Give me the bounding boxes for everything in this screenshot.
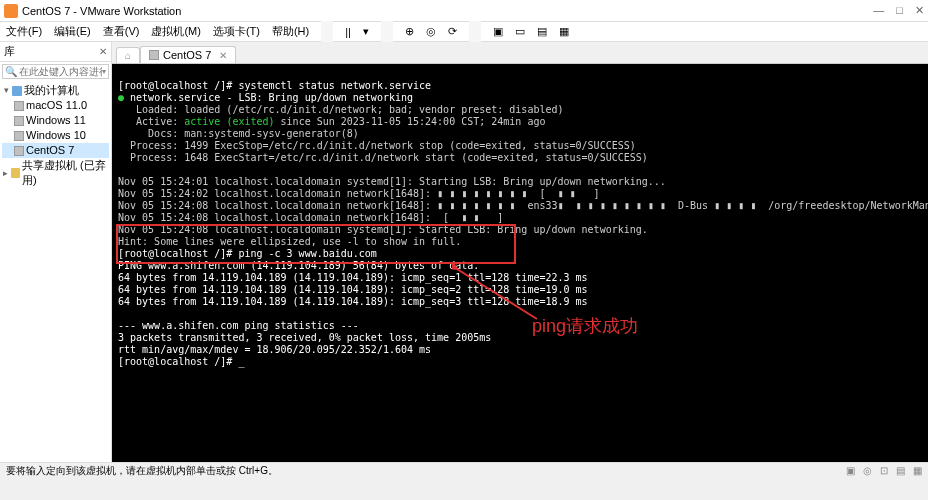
statusbar: 要将输入定向到该虚拟机，请在虚拟机内部单击或按 Ctrl+G。 ▣ ◎ ⊡ ▤ …	[0, 462, 928, 478]
vm-tree: ▾我的计算机 macOS 11.0 Windows 11 Windows 10 …	[0, 81, 111, 190]
tree-item[interactable]: Windows 10	[2, 128, 109, 143]
annotation-text: ping请求成功	[532, 314, 638, 338]
device-icon[interactable]: ▣	[846, 465, 855, 476]
tree-item[interactable]: macOS 11.0	[2, 98, 109, 113]
capture-icon[interactable]: ⟳	[448, 25, 457, 38]
menu-edit[interactable]: 编辑(E)	[54, 24, 91, 39]
menubar: 文件(F) 编辑(E) 查看(V) 虚拟机(M) 选项卡(T) 帮助(H) ||…	[0, 22, 928, 42]
unity-icon[interactable]: ▣	[493, 25, 503, 38]
restore-icon[interactable]: ▦	[559, 25, 569, 38]
main-pane: ⌂ CentOS 7 ✕ [root@localhost /]# systemc…	[112, 42, 928, 462]
tree-item[interactable]: Windows 11	[2, 113, 109, 128]
device-icon[interactable]: ◎	[863, 465, 872, 476]
toolbar-dropdown-icon[interactable]: ▾	[363, 25, 369, 38]
fullscreen-icon[interactable]: ▭	[515, 25, 525, 38]
tree-root[interactable]: ▾我的计算机	[2, 83, 109, 98]
device-icon[interactable]: ▦	[913, 465, 922, 476]
statusbar-text: 要将输入定向到该虚拟机，请在虚拟机内部单击或按 Ctrl+G。	[6, 464, 278, 478]
sidebar-title: 库	[4, 44, 99, 59]
search-dropdown-icon[interactable]: ▾	[102, 67, 106, 76]
device-icon[interactable]: ▤	[896, 465, 905, 476]
menu-vm[interactable]: 虚拟机(M)	[151, 24, 201, 39]
tab-close-icon[interactable]: ✕	[219, 50, 227, 61]
tab-label: CentOS 7	[163, 49, 211, 61]
maximize-button[interactable]: □	[896, 4, 903, 17]
library-sidebar: 库 ✕ 🔍 ▾ ▾我的计算机 macOS 11.0 Windows 11 Win…	[0, 42, 112, 462]
window-title: CentOS 7 - VMware Workstation	[22, 5, 873, 17]
device-icon[interactable]: ⊡	[880, 465, 888, 476]
send-ctrlaltdel-icon[interactable]: ⊕	[405, 25, 414, 38]
window-titlebar: CentOS 7 - VMware Workstation — □ ✕	[0, 0, 928, 22]
tree-shared[interactable]: ▸共享虚拟机 (已弃用)	[2, 158, 109, 188]
tree-item-selected[interactable]: CentOS 7	[2, 143, 109, 158]
search-input[interactable]	[19, 66, 102, 77]
sidebar-search[interactable]: 🔍 ▾	[2, 64, 109, 79]
menu-view[interactable]: 查看(V)	[103, 24, 140, 39]
terminal[interactable]: [root@localhost /]# systemctl status net…	[118, 68, 922, 368]
close-button[interactable]: ✕	[915, 4, 924, 17]
tab-home[interactable]: ⌂	[116, 47, 140, 63]
menu-file[interactable]: 文件(F)	[6, 24, 42, 39]
pause-button[interactable]: ||	[345, 26, 351, 38]
minimize-button[interactable]: —	[873, 4, 884, 17]
sidebar-header: 库 ✕	[0, 42, 111, 62]
console-icon[interactable]: ▤	[537, 25, 547, 38]
app-icon	[4, 4, 18, 18]
menu-tabs[interactable]: 选项卡(T)	[213, 24, 260, 39]
home-icon: ⌂	[125, 50, 131, 61]
terminal-viewport[interactable]: [root@localhost /]# systemctl status net…	[112, 64, 928, 462]
sidebar-close-icon[interactable]: ✕	[99, 46, 107, 57]
search-icon: 🔍	[5, 66, 17, 77]
tab-strip: ⌂ CentOS 7 ✕	[112, 42, 928, 64]
tab-centos7[interactable]: CentOS 7 ✕	[140, 46, 236, 63]
snapshot-icon[interactable]: ◎	[426, 25, 436, 38]
menu-help[interactable]: 帮助(H)	[272, 24, 309, 39]
